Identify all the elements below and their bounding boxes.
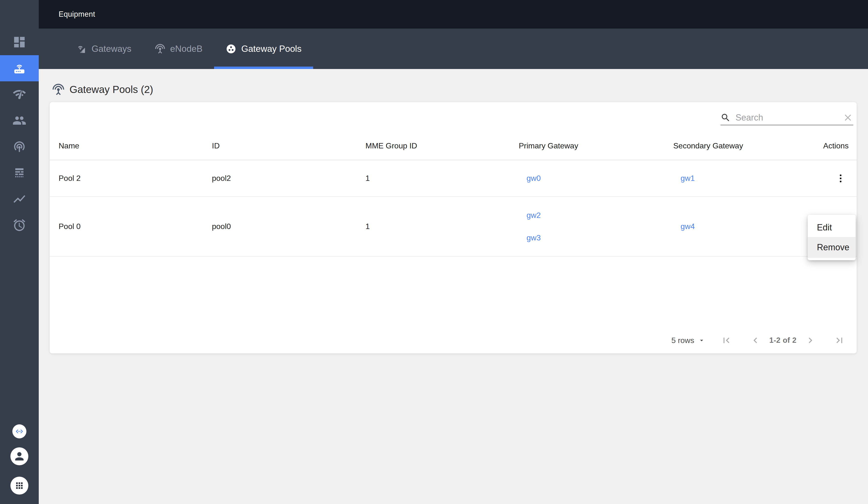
alarm-clock-icon — [12, 218, 27, 232]
page-heading: Gateway Pools (2) — [52, 83, 153, 96]
prev-page-icon — [750, 335, 761, 346]
dashboard-icon — [12, 35, 27, 49]
table-row: Pool 0 pool0 1 gw2 gw3 gw4 — [50, 197, 857, 256]
menu-item-remove[interactable]: Remove — [808, 237, 856, 258]
tab-gateway-pools[interactable]: Gateway Pools — [214, 29, 313, 69]
account-person-icon — [13, 450, 26, 463]
tab-label: eNodeB — [170, 44, 203, 54]
sidebar-item-subscribers[interactable] — [0, 107, 39, 134]
sidebar-item-traffic[interactable] — [0, 160, 39, 186]
search-input[interactable] — [735, 113, 838, 123]
wifi-tethering-icon — [12, 140, 27, 154]
appbar: Equipment — [39, 0, 868, 29]
sidebar — [0, 0, 39, 504]
next-page-button[interactable] — [805, 335, 816, 346]
page-range-label: 1-2 of 2 — [769, 336, 797, 345]
api-code-icon — [15, 427, 23, 435]
tab-label: Gateway Pools — [241, 44, 301, 54]
sidebar-nav — [0, 29, 39, 238]
column-header-id: ID — [212, 132, 220, 160]
page-title: Equipment — [59, 10, 95, 19]
rows-per-page-label: 5 rows — [671, 336, 694, 345]
sidebar-item-metrics[interactable] — [0, 186, 39, 212]
sidebar-item-api[interactable] — [12, 424, 27, 438]
rows-per-page-select[interactable]: 5 rows — [671, 336, 705, 345]
close-icon[interactable] — [843, 112, 853, 123]
secondary-gateway-link[interactable]: gw1 — [681, 174, 695, 183]
pagination: 5 rows 1-2 of 2 — [671, 333, 848, 348]
row-actions-button[interactable] — [832, 170, 849, 187]
router-icon — [12, 61, 27, 75]
menu-item-edit[interactable]: Edit — [808, 218, 856, 237]
column-header-mme-group-id: MME Group ID — [365, 132, 417, 160]
search-icon — [721, 113, 731, 123]
dropdown-caret-icon — [698, 337, 705, 344]
pool-id: pool2 — [212, 160, 231, 196]
pool-name: Pool 0 — [59, 197, 81, 256]
mme-group-id: 1 — [365, 197, 370, 256]
first-page-icon — [721, 335, 732, 346]
previous-page-button[interactable] — [750, 335, 761, 346]
next-page-icon — [805, 335, 816, 346]
column-header-secondary-gateway: Secondary Gateway — [673, 132, 743, 160]
section-title: Gateway Pools (2) — [70, 84, 153, 95]
column-header-actions: Actions — [823, 132, 849, 160]
sidebar-item-dashboard[interactable] — [0, 29, 39, 55]
pool-name: Pool 2 — [59, 160, 81, 196]
sidebar-item-network[interactable] — [0, 81, 39, 107]
metrics-chart-icon — [12, 192, 27, 206]
row-actions-menu: Edit Remove — [808, 215, 856, 260]
sidebar-item-account[interactable] — [10, 447, 28, 465]
enodeb-antenna-icon — [155, 44, 165, 54]
column-header-primary-gateway: Primary Gateway — [519, 132, 578, 160]
pool-id: pool0 — [212, 197, 231, 256]
tab-label: Gateways — [92, 44, 132, 54]
antenna-icon — [52, 83, 65, 96]
table-row: Pool 2 pool2 1 gw0 gw1 — [50, 160, 857, 197]
sidebar-item-apps[interactable] — [10, 477, 28, 495]
tab-gateways[interactable]: Gateways — [64, 29, 143, 69]
table-header-row: Name ID MME Group ID Primary Gateway Sec… — [50, 132, 857, 160]
primary-gateway-link[interactable]: gw0 — [527, 174, 541, 183]
gateways-wifi-signal-icon — [76, 44, 87, 54]
sidebar-item-alarms[interactable] — [0, 212, 39, 238]
tabbar: Gateways eNodeB Gateway Pools — [39, 29, 868, 69]
column-header-name: Name — [59, 132, 79, 160]
primary-gateway-link[interactable]: gw2 — [527, 211, 541, 220]
first-page-button[interactable] — [721, 335, 732, 346]
subscribers-people-icon — [12, 114, 27, 128]
apps-grid-icon — [14, 481, 24, 491]
last-page-button[interactable] — [834, 335, 845, 346]
kebab-menu-icon — [835, 173, 846, 184]
secondary-gateway-link[interactable]: gw4 — [681, 222, 695, 231]
primary-gateway-link[interactable]: gw3 — [527, 233, 541, 242]
gateway-pools-ball-icon — [226, 44, 236, 54]
sidebar-item-tethering[interactable] — [0, 134, 39, 160]
mme-group-id: 1 — [365, 160, 370, 196]
tab-enodeb[interactable]: eNodeB — [143, 29, 214, 69]
search-box — [721, 111, 853, 125]
gateway-pools-card: Name ID MME Group ID Primary Gateway Sec… — [50, 102, 857, 354]
network-check-icon — [12, 87, 27, 102]
traffic-rules-icon — [12, 166, 27, 180]
sidebar-item-equipment[interactable] — [0, 55, 39, 81]
last-page-icon — [834, 335, 845, 346]
